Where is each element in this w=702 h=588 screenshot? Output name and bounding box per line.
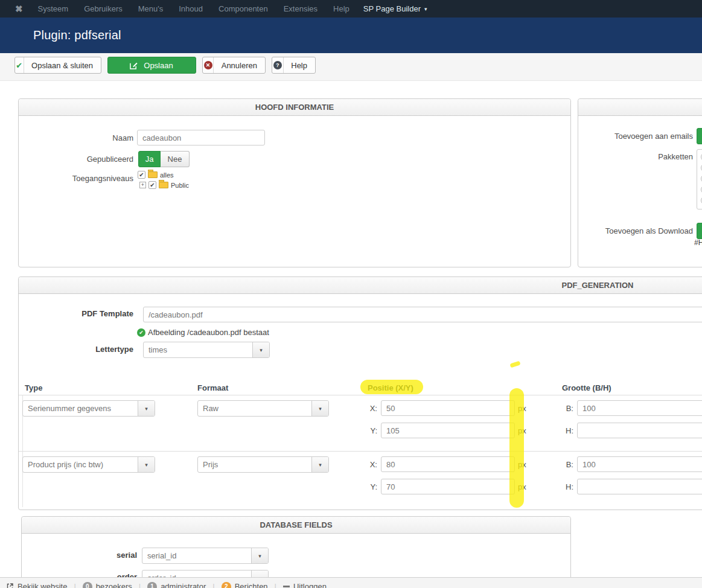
statusbar: Bekijk website | 0 bezoekers | 1 adminis…	[0, 577, 702, 588]
chevron-down-icon[interactable]: ▾	[252, 342, 269, 357]
font-select-value: times	[144, 342, 252, 357]
admins-badge: 1	[147, 582, 157, 588]
checkbox-checked-icon[interactable]	[148, 181, 156, 189]
col-position-header: Positie (X/Y)	[368, 383, 413, 392]
row2-h-input[interactable]	[577, 479, 702, 494]
statusbar-divider: |	[275, 582, 276, 588]
cancel-label: Annuleren	[214, 61, 265, 70]
save-close-button[interactable]: ✔ Opslaan & sluiten	[14, 57, 101, 74]
cancel-button[interactable]: ✕ Annuleren	[202, 57, 266, 74]
folder-icon	[148, 171, 158, 178]
save-label: Opslaan	[140, 61, 176, 70]
access-levels-label: Toegangsniveaus	[19, 174, 133, 183]
visitors-item[interactable]: 0 bezoekers	[83, 582, 132, 588]
row1-y-unit: px	[518, 426, 526, 435]
menu-extensies[interactable]: Extensies	[276, 4, 325, 13]
serial-select[interactable]: serial_id ▾	[142, 548, 269, 564]
pdf-template-label: PDF Template	[19, 309, 133, 318]
check-circle-icon: ✔	[137, 328, 145, 337]
template-status-text: Afbeelding /cadeaubon.pdf bestaat	[148, 328, 269, 337]
menu-sp-page-builder[interactable]: SP Page Builder ▾	[363, 4, 427, 13]
serial-label: serial	[22, 551, 137, 560]
save-button[interactable]: Opslaan	[107, 57, 196, 74]
main-info-panel: HOOFD INFORMATIE Naam Gepubliceerd Ja Ne…	[18, 98, 571, 267]
chevron-down-icon[interactable]: ▾	[311, 401, 328, 416]
row1-y-input[interactable]	[381, 423, 515, 438]
row2-format-select[interactable]: Prijs ▾	[197, 456, 329, 473]
edit-square-icon	[127, 62, 140, 69]
logout-link[interactable]: Uitloggen	[283, 582, 327, 588]
toolbar: ✔ Opslaan & sluiten Opslaan ✕ Annuleren …	[0, 53, 702, 81]
database-fields-title: DATABASE FIELDS	[260, 520, 332, 529]
menu-menus[interactable]: Menu's	[130, 4, 171, 13]
add-to-emails-toggle[interactable]	[697, 128, 702, 144]
serial-select-value: serial_id	[142, 548, 251, 563]
menu-componenten[interactable]: Componenten	[211, 4, 276, 13]
titlebar: Plugin: pdfserial	[0, 18, 702, 53]
font-label: Lettertype	[19, 345, 133, 354]
row1-format-select[interactable]: Raw ▾	[197, 400, 329, 417]
row1-x-input[interactable]	[381, 400, 515, 416]
chevron-down-icon: ▾	[424, 6, 427, 12]
font-select[interactable]: times ▾	[143, 342, 270, 358]
chevron-down-icon[interactable]: ▾	[251, 548, 268, 563]
access-tree-item-alles[interactable]: alles	[138, 171, 174, 179]
database-fields-header: DATABASE FIELDS	[22, 517, 570, 534]
row2-x-unit: px	[518, 460, 526, 469]
logout-label: Uitloggen	[293, 582, 327, 588]
menu-inhoud[interactable]: Inhoud	[171, 4, 211, 13]
joomla-logo-icon: ✖	[15, 4, 23, 14]
published-yes-button[interactable]: Ja	[138, 151, 161, 167]
checkbox-checked-icon[interactable]	[138, 171, 145, 179]
view-site-link[interactable]: Bekijk website	[6, 582, 67, 588]
view-site-label: Bekijk website	[18, 582, 67, 588]
menu-gebruikers[interactable]: Gebruikers	[76, 4, 130, 13]
access-tree-item-public[interactable]: + Public	[139, 181, 189, 189]
packages-label: Pakketten	[578, 152, 693, 161]
add-as-download-label: Toevoegen als Download	[578, 226, 693, 235]
chevron-down-icon[interactable]: ▾	[311, 457, 328, 472]
chevron-down-icon[interactable]: ▾	[138, 401, 155, 416]
row1-b-label: B:	[557, 404, 573, 413]
published-label: Gepubliceerd	[19, 155, 133, 164]
help-label: Help	[283, 61, 315, 70]
row2-x-input[interactable]	[381, 456, 515, 472]
template-status: ✔ Afbeelding /cadeaubon.pdf bestaat	[137, 328, 269, 337]
row1-h-input[interactable]	[577, 423, 702, 438]
name-input[interactable]	[137, 130, 265, 145]
row1-h-label: H:	[557, 426, 573, 435]
table-header-divider	[19, 395, 702, 395]
cancel-circle-icon: ✕	[203, 61, 213, 69]
options-panel: Toevoegen aan emails Pakketten Toevoegen…	[578, 98, 702, 267]
pdf-generation-title: PDF_GENERATION	[562, 281, 634, 290]
row2-y-label: Y:	[360, 482, 377, 491]
statusbar-divider: |	[212, 582, 214, 588]
download-note: #H	[694, 238, 702, 247]
row1-x-label: X:	[360, 404, 377, 413]
table-row-divider	[19, 451, 702, 452]
row1-type-select[interactable]: Serienummer gegevens ▾	[22, 400, 155, 417]
main-info-title: HOOFD INFORMATIE	[255, 103, 334, 112]
logout-icon	[283, 586, 290, 587]
admins-label: administrator	[161, 582, 206, 588]
add-to-emails-label: Toevoegen aan emails	[578, 132, 693, 141]
page: ✖ Systeem Gebruikers Menu's Inhoud Compo…	[0, 0, 702, 588]
add-as-download-toggle[interactable]	[697, 223, 702, 239]
help-button[interactable]: ? Help	[272, 57, 316, 74]
row2-b-label: B:	[557, 460, 573, 469]
menu-help[interactable]: Help	[325, 4, 357, 13]
menu-systeem[interactable]: Systeem	[30, 4, 77, 13]
chevron-down-icon[interactable]: ▾	[138, 457, 155, 472]
row2-type-select[interactable]: Product prijs (inc btw) ▾	[22, 456, 155, 473]
messages-item[interactable]: 2 Berichten	[222, 582, 268, 588]
main-info-header: HOOFD INFORMATIE	[19, 99, 570, 116]
external-link-icon	[6, 583, 14, 588]
row2-y-input[interactable]	[381, 479, 515, 494]
published-no-button[interactable]: Nee	[161, 151, 190, 167]
row1-b-input[interactable]	[577, 400, 702, 416]
tree-expand-icon[interactable]: +	[139, 182, 146, 188]
admins-item[interactable]: 1 administrator	[147, 582, 206, 588]
visitors-badge: 0	[83, 582, 92, 588]
pdf-template-input[interactable]	[143, 307, 702, 322]
row2-b-input[interactable]	[577, 456, 702, 472]
